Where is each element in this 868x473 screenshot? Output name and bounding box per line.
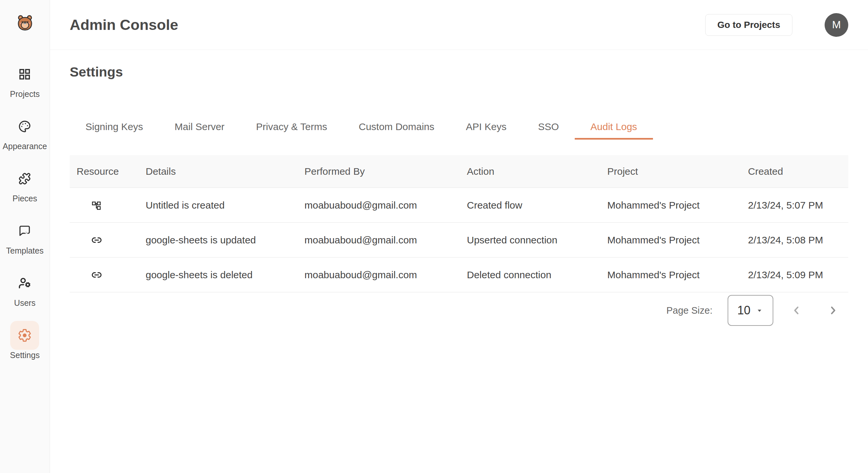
- main-area: Admin Console Go to Projects M Settings …: [50, 0, 868, 326]
- column-header-resource: Resource: [70, 166, 139, 177]
- tab-privacy-terms[interactable]: Privacy & Terms: [240, 115, 343, 140]
- chevron-right-icon: [826, 304, 840, 317]
- sidebar-item-label: Templates: [6, 246, 44, 256]
- page-size-dropdown[interactable]: 10: [727, 295, 773, 326]
- tab-sso[interactable]: SSO: [522, 115, 575, 140]
- column-header-project: Project: [600, 166, 741, 177]
- sidebar-item-settings[interactable]: Settings: [10, 321, 39, 360]
- tab-mail-server[interactable]: Mail Server: [159, 115, 240, 140]
- performed-by-cell: moabuaboud@gmail.com: [298, 200, 460, 211]
- tab-signing-keys[interactable]: Signing Keys: [70, 115, 159, 140]
- column-header-performed-by: Performed By: [298, 166, 460, 177]
- performed-by-cell: moabuaboud@gmail.com: [298, 235, 460, 246]
- action-cell: Deleted connection: [460, 269, 600, 280]
- sidebar-item-label: Pieces: [12, 194, 37, 203]
- caret-down-icon: [755, 306, 764, 315]
- sidebar-item-appearance[interactable]: Appearance: [3, 112, 47, 151]
- top-bar: Admin Console Go to Projects M: [50, 0, 868, 50]
- project-cell: Mohammed's Project: [600, 269, 741, 280]
- settings-tabs: Signing Keys Mail Server Privacy & Terms…: [70, 115, 848, 140]
- created-cell: 2/13/24, 5:09 PM: [741, 269, 848, 280]
- sidebar-item-templates[interactable]: Templates: [6, 216, 44, 256]
- table-row: google-sheets is deleted moabuaboud@gmai…: [70, 258, 848, 292]
- user-gear-icon: [10, 269, 39, 298]
- sidebar-item-label: Settings: [10, 350, 39, 360]
- column-header-action: Action: [460, 166, 600, 177]
- workflow-icon: [70, 200, 139, 210]
- sidebar-nav: Projects Appearance Pieces: [3, 60, 47, 373]
- project-cell: Mohammed's Project: [600, 200, 741, 211]
- page-title: Settings: [70, 64, 848, 80]
- template-bolt-icon: [10, 216, 39, 245]
- created-cell: 2/13/24, 5:07 PM: [741, 200, 848, 211]
- created-cell: 2/13/24, 5:08 PM: [741, 235, 848, 246]
- action-cell: Upserted connection: [460, 235, 600, 246]
- table-header-row: Resource Details Performed By Action Pro…: [70, 155, 848, 188]
- details-cell: Untitled is created: [139, 200, 298, 211]
- table-row: google-sheets is updated moabuaboud@gmai…: [70, 223, 848, 258]
- tab-api-keys[interactable]: API Keys: [450, 115, 522, 140]
- column-header-created: Created: [741, 166, 848, 177]
- performed-by-cell: moabuaboud@gmail.com: [298, 269, 460, 280]
- settings-page: Settings Signing Keys Mail Server Privac…: [50, 64, 868, 326]
- tab-audit-logs[interactable]: Audit Logs: [575, 115, 653, 140]
- pagination: Page Size: 10: [70, 295, 848, 326]
- bear-mascot-icon: [16, 14, 34, 32]
- app-title: Admin Console: [70, 16, 178, 34]
- page-size-label: Page Size:: [666, 305, 712, 316]
- chevron-left-icon: [789, 304, 803, 317]
- sidebar-item-label: Projects: [10, 89, 39, 99]
- sidebar-item-projects[interactable]: Projects: [10, 60, 39, 99]
- grid-icon: [10, 60, 39, 89]
- action-cell: Created flow: [460, 200, 600, 211]
- sidebar-item-label: Users: [14, 298, 35, 308]
- column-header-details: Details: [139, 166, 298, 177]
- next-page-button[interactable]: [825, 303, 841, 318]
- project-cell: Mohammed's Project: [600, 235, 741, 246]
- sidebar-item-label: Appearance: [3, 142, 47, 151]
- previous-page-button[interactable]: [788, 303, 804, 318]
- details-cell: google-sheets is updated: [139, 235, 298, 246]
- tab-custom-domains[interactable]: Custom Domains: [343, 115, 450, 140]
- link-icon: [70, 235, 139, 245]
- table-row: Untitled is created moabuaboud@gmail.com…: [70, 188, 848, 223]
- palette-icon: [10, 112, 39, 141]
- details-cell: google-sheets is deleted: [139, 269, 298, 280]
- go-to-projects-button[interactable]: Go to Projects: [705, 14, 793, 36]
- user-avatar[interactable]: M: [825, 13, 848, 37]
- sidebar-item-pieces[interactable]: Pieces: [10, 164, 39, 203]
- puzzle-icon: [10, 164, 39, 193]
- sidebar: Projects Appearance Pieces: [0, 0, 50, 473]
- page-size-value: 10: [737, 304, 750, 317]
- link-icon: [70, 270, 139, 280]
- audit-logs-table: Resource Details Performed By Action Pro…: [70, 155, 848, 292]
- sidebar-item-users[interactable]: Users: [10, 269, 39, 308]
- gear-icon: [10, 321, 39, 350]
